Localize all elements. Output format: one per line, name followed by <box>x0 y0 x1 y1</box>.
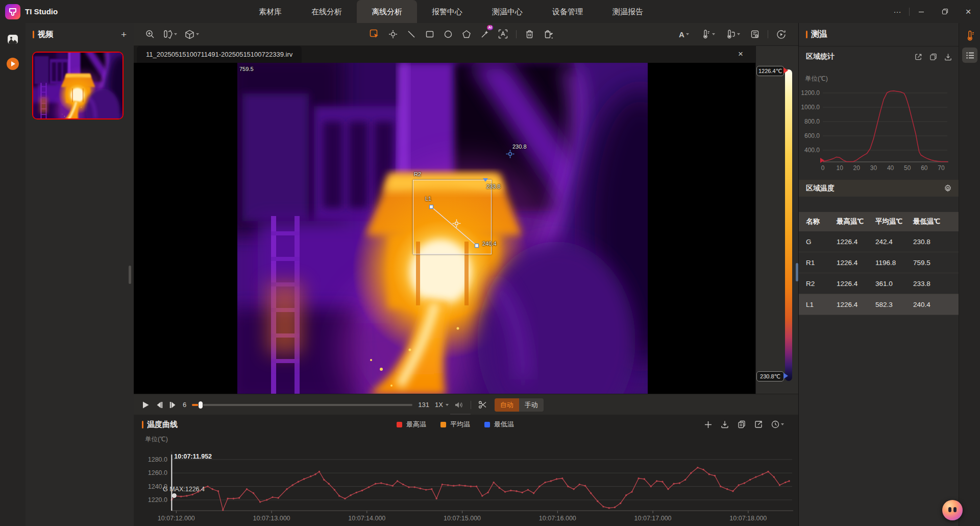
stats-download-button[interactable] <box>944 53 952 61</box>
stats-export-button[interactable] <box>915 53 922 61</box>
font-style-button[interactable]: A <box>675 28 693 41</box>
close-button[interactable]: × <box>957 0 980 23</box>
close-file-icon[interactable]: × <box>735 49 746 60</box>
speed-select[interactable]: 1X <box>435 401 449 409</box>
file-tab[interactable]: 11_20250515100711491-20250515100722339.i… <box>137 46 302 63</box>
export-curve-button[interactable] <box>754 420 763 428</box>
thermal-viewer[interactable]: 759.5 230.8 R2 233.8 L1 240.4 <box>134 63 755 394</box>
auto-mode-button[interactable]: 自动 <box>495 398 519 412</box>
play-button[interactable] <box>142 401 150 409</box>
table-row[interactable]: L11226.4582.3240.4 <box>799 294 959 315</box>
slider-thumb[interactable] <box>198 401 203 409</box>
nav-tab[interactable]: 报警中心 <box>417 0 477 23</box>
curve-legend: 最高温平均温最低温 <box>397 415 514 434</box>
nav-tab[interactable]: 测温中心 <box>477 0 537 23</box>
slider-track[interactable] <box>192 404 412 406</box>
curve-actions <box>704 415 784 434</box>
nav-tab[interactable]: 设备管理 <box>537 0 598 23</box>
list-icon <box>966 52 974 59</box>
volume-button[interactable] <box>454 401 463 409</box>
colorbar-max-handle-icon[interactable] <box>783 67 788 74</box>
table-cell: 582.3 <box>875 301 913 308</box>
delete-button[interactable] <box>523 27 536 41</box>
view-3d-button[interactable] <box>183 28 201 41</box>
manual-mode-button[interactable]: 手动 <box>519 398 544 412</box>
svg-text:10:07:18.000: 10:07:18.000 <box>729 515 767 522</box>
spot-tool-button[interactable] <box>386 27 400 41</box>
next-frame-icon <box>169 401 177 409</box>
right-splitter-handle[interactable] <box>796 263 798 281</box>
assistant-button[interactable] <box>942 500 963 520</box>
temperature-curve-chart[interactable]: 单位(℃)1280.01260.01240.01220.010:07:12.00… <box>134 434 798 526</box>
legend-item[interactable]: 最高温 <box>397 420 426 429</box>
minimize-button[interactable] <box>910 0 933 23</box>
legend-item[interactable]: 平均温 <box>440 420 470 429</box>
report-button[interactable] <box>748 28 762 41</box>
circle-tool-button[interactable] <box>441 27 455 41</box>
region-settings-button[interactable] <box>944 184 952 193</box>
temp-display-button[interactable] <box>698 28 718 41</box>
colorbar-min-handle-icon[interactable] <box>783 373 788 379</box>
copy-curve-button[interactable] <box>738 420 746 428</box>
g-spot-crosshair-icon[interactable] <box>506 150 514 158</box>
table-row[interactable]: R21226.4361.0233.8 <box>799 273 959 294</box>
table-header-row[interactable]: 名称最高温℃平均温℃最低温℃ <box>799 212 959 231</box>
table-cell: 名称 <box>806 217 837 226</box>
polygon-tool-button[interactable] <box>459 27 473 41</box>
measure-tab-button[interactable] <box>962 28 977 43</box>
r2-min-marker-icon <box>483 178 488 182</box>
rail-item-gallery[interactable] <box>0 27 26 52</box>
right-tool-strip <box>959 23 980 526</box>
add-curve-button[interactable] <box>704 421 712 428</box>
playbar-divider <box>471 401 471 409</box>
select-tool-button[interactable] <box>368 27 381 41</box>
list-tab-button[interactable] <box>962 47 977 63</box>
table-row[interactable]: G1226.4242.4230.8 <box>799 231 959 252</box>
video-thumbnail[interactable] <box>32 52 124 119</box>
nav-tab[interactable]: 在线分析 <box>297 0 357 23</box>
table-cell: 1226.4 <box>837 301 875 308</box>
circle-icon <box>444 30 453 39</box>
temperature-colorbar[interactable] <box>785 69 792 381</box>
download-curve-button[interactable] <box>721 420 729 428</box>
temp-range-button[interactable] <box>723 28 743 41</box>
chevron-down-icon <box>737 33 740 35</box>
file-tab-name: 11_20250515100711491-20250515100722339.i… <box>146 51 292 58</box>
svg-text:1280.0: 1280.0 <box>148 456 167 463</box>
total-frames: 131 <box>418 401 429 409</box>
more-menu-button[interactable]: ··· <box>886 0 909 23</box>
title-bar: TI Studio 素材库在线分析离线分析报警中心测温中心设备管理测温报告 ··… <box>0 0 980 23</box>
rectangle-tool-button[interactable] <box>423 27 436 41</box>
delete-all-button[interactable] <box>541 27 555 41</box>
add-video-button[interactable]: + <box>121 30 127 39</box>
text-capture-tool-button[interactable] <box>496 27 510 41</box>
table-row[interactable]: R11226.41196.8759.5 <box>799 252 959 273</box>
prev-frame-button[interactable] <box>155 401 163 409</box>
legend-item[interactable]: 最低温 <box>484 420 514 429</box>
curve-ylabel: 单位(℃) <box>145 436 168 443</box>
cube-icon <box>185 30 194 39</box>
nav-tab[interactable]: 离线分析 <box>357 0 417 23</box>
svg-text:1000.0: 1000.0 <box>801 104 820 111</box>
ai-detect-tool-button[interactable]: AI <box>478 27 492 41</box>
stats-ylabel: 单位(℃) <box>805 75 828 82</box>
next-frame-button[interactable] <box>169 401 177 409</box>
restore-button[interactable] <box>933 0 957 23</box>
clip-button[interactable] <box>478 400 487 409</box>
left-splitter-handle[interactable] <box>129 266 131 284</box>
chevron-down-icon <box>712 33 715 35</box>
timeline-slider[interactable] <box>192 401 412 409</box>
nav-tab[interactable]: 测温报告 <box>598 0 658 23</box>
palette-tool-button[interactable] <box>161 28 179 41</box>
line-tool-button[interactable] <box>404 27 418 41</box>
table-cell: 240.4 <box>913 301 959 308</box>
zoom-tool-button[interactable] <box>143 28 157 41</box>
rail-item-video[interactable] <box>0 52 26 76</box>
svg-text:400.0: 400.0 <box>804 147 820 154</box>
video-review-button[interactable] <box>774 28 788 41</box>
nav-tab[interactable]: 素材库 <box>244 0 297 23</box>
stats-copy-button[interactable] <box>929 53 937 61</box>
region-stats-chart[interactable]: 单位(℃)1200.01000.0800.0600.0400.001020304… <box>799 60 959 179</box>
time-range-button[interactable] <box>771 420 784 428</box>
region-temperature-table: 名称最高温℃平均温℃最低温℃G1226.4242.4230.8R11226.41… <box>799 212 959 315</box>
